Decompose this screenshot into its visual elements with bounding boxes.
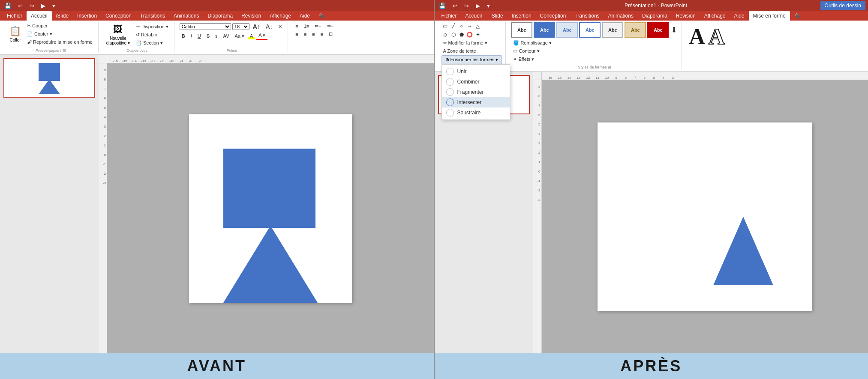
copier-btn[interactable]: 📄 Copier ▾ — [25, 30, 95, 38]
right-tab-aide[interactable]: Aide — [730, 11, 749, 21]
styles-more-btn[interactable]: ⬇ — [670, 24, 678, 36]
shadow-btn[interactable]: s — [213, 33, 220, 39]
tab-plugin[interactable]: 🔌 — [314, 11, 329, 21]
underline-btn[interactable]: U — [195, 33, 203, 39]
tab-transitions[interactable]: Transitions — [136, 11, 169, 21]
undo-btn[interactable]: ↩ — [16, 2, 24, 10]
shape-btn-2e[interactable]: ✦ — [474, 31, 482, 39]
disposition-btn[interactable]: ☰ Disposition ▾ — [134, 23, 171, 30]
right-tab-insertion[interactable]: Insertion — [508, 11, 536, 21]
align-left-btn[interactable]: ≡ — [293, 31, 300, 38]
right-undo-btn[interactable]: ↩ — [451, 2, 459, 10]
highlight-btn[interactable]: A — [248, 33, 255, 39]
circle-btn[interactable]: ○ — [458, 22, 466, 30]
tab-fichier[interactable]: Fichier — [3, 11, 27, 21]
zone-texte-btn[interactable]: A Zone de texte — [442, 48, 502, 54]
style-abc-5[interactable]: Abc — [602, 22, 623, 38]
menu-fragmenter[interactable]: Fragmenter — [442, 87, 510, 97]
style-abc-3[interactable]: Abc — [556, 22, 578, 38]
outils-dessin-btn[interactable]: Outils de dessin — [820, 1, 865, 10]
nouvelle-diapo-btn[interactable]: 🖼 Nouvellediapositive ▾ — [104, 22, 132, 47]
right-tab-affichage[interactable]: Affichage — [700, 11, 730, 21]
modifier-forme-btn[interactable]: ✏ Modifier la forme ▾ — [442, 39, 502, 47]
style-abc-6[interactable]: Abc — [625, 22, 646, 38]
tab-islide[interactable]: iSlide — [52, 11, 73, 21]
right-save-btn[interactable]: 💾 — [437, 2, 448, 10]
right-tab-diaporama[interactable]: Diaporama — [638, 11, 672, 21]
justify-btn[interactable]: ≡ — [318, 31, 325, 38]
right-tab-mise-en-forme[interactable]: Mise en forme — [749, 11, 790, 21]
bold-btn[interactable]: B — [180, 33, 187, 39]
present-btn[interactable]: ▶ — [39, 2, 47, 10]
right-redo-btn[interactable]: ↪ — [463, 2, 471, 10]
tab-accueil[interactable]: Accueil — [27, 11, 52, 21]
tab-insertion[interactable]: Insertion — [73, 11, 101, 21]
arrow-btn[interactable]: → — [466, 22, 474, 30]
tab-diaporama[interactable]: Diaporama — [203, 11, 237, 21]
style-abc-2[interactable]: Abc — [534, 22, 555, 38]
clear-format-btn[interactable]: ✕ — [276, 23, 284, 30]
line-btn[interactable]: ╱ — [450, 22, 457, 30]
slide-thumb-1[interactable] — [3, 58, 95, 98]
more-btn[interactable]: ▾ — [51, 2, 57, 10]
right-tab-revision[interactable]: Révision — [672, 11, 700, 21]
menu-combiner[interactable]: Combiner — [442, 77, 510, 87]
reproduire-btn[interactable]: 🖌 Reproduire la mise en forme — [25, 39, 95, 45]
right-tab-fichier[interactable]: Fichier — [437, 11, 461, 21]
font-increase-btn[interactable]: A↑ — [251, 22, 262, 31]
shape-btn-2a[interactable]: ◇ — [442, 31, 449, 39]
align-right-btn[interactable]: ≡ — [310, 31, 317, 38]
right-tab-plugin[interactable]: 🔌 — [790, 11, 805, 21]
aa-btn[interactable]: Aa ▾ — [232, 33, 246, 40]
right-tab-animations[interactable]: Animations — [604, 11, 638, 21]
tab-affichage[interactable]: Affichage — [265, 11, 295, 21]
redo-btn[interactable]: ↪ — [28, 2, 36, 10]
retablir-btn[interactable]: ↺ Rétablir — [134, 31, 171, 39]
right-present-btn[interactable]: ▶ — [474, 2, 482, 10]
right-tab-conception[interactable]: Conception — [536, 11, 571, 21]
rect-btn[interactable]: ▭ — [442, 22, 449, 30]
right-panel: 💾 ↩ ↪ ▶ ▾ Présentation1 - PowerPoint Out… — [434, 0, 868, 379]
save-btn[interactable]: 💾 — [3, 2, 13, 10]
shape-btn-2d[interactable]: ⭕ — [466, 31, 474, 39]
section-btn[interactable]: 📑 Section ▾ — [134, 39, 171, 47]
contour-btn[interactable]: ▭ Contour ▾ — [511, 48, 554, 55]
bullets-btn[interactable]: ≡ — [293, 23, 300, 30]
right-ruler-top-row: -16 -15 -14 -13 -12 -11 -10 -9 -8 -7 -6 — [533, 72, 868, 80]
font-size-select[interactable]: 18 — [232, 23, 249, 30]
italic-btn[interactable]: I — [189, 33, 194, 39]
right-more-btn[interactable]: ▾ — [485, 2, 492, 10]
strikethrough-btn[interactable]: S — [204, 33, 212, 39]
font-color-btn[interactable]: A ▾ — [256, 32, 267, 40]
style-abc-7[interactable]: Abc — [647, 22, 669, 38]
tab-revision[interactable]: Révision — [237, 11, 265, 21]
numbering-btn[interactable]: 1≡ — [302, 23, 312, 30]
align-center-btn[interactable]: ≡ — [302, 31, 309, 38]
remplissage-btn[interactable]: 🪣 Remplissage ▾ — [511, 39, 554, 47]
ruler-horizontal: -16 -15 -14 -13 -12 -11 -10 -9 -8 -7 — [107, 55, 434, 63]
spacing-btn[interactable]: AV — [221, 33, 231, 39]
right-tab-islide[interactable]: iSlide — [486, 11, 507, 21]
columns-btn[interactable]: ⊟ — [327, 30, 335, 38]
shape-btn-2b[interactable]: ⬡ — [450, 31, 457, 39]
coller-btn[interactable]: 📋 Coller — [7, 24, 24, 44]
style-abc-4[interactable]: Abc — [579, 22, 601, 38]
font-family-select[interactable]: Calibri — [180, 23, 231, 30]
tri-btn[interactable]: △ — [474, 22, 482, 30]
indent-more-btn[interactable]: ⇒≡ — [325, 22, 336, 30]
couper-btn[interactable]: ✂ Couper — [25, 22, 95, 30]
tab-animations[interactable]: Animations — [169, 11, 203, 21]
fusionner-formes-btn[interactable]: ⊕ Fusionner les formes ▾ — [442, 55, 502, 64]
style-abc-1[interactable]: Abc — [511, 22, 532, 38]
menu-soustraire[interactable]: Soustraire — [442, 107, 510, 118]
shape-btn-2c[interactable]: ⬟ — [458, 31, 466, 39]
right-tab-transitions[interactable]: Transitions — [570, 11, 604, 21]
tab-aide[interactable]: Aide — [295, 11, 314, 21]
indent-less-btn[interactable]: ⇐≡ — [312, 22, 323, 30]
menu-unir[interactable]: Unir — [442, 66, 510, 77]
effets-btn[interactable]: ✦ Effets ▾ — [511, 56, 554, 63]
font-decrease-btn[interactable]: A↓ — [264, 22, 275, 31]
tab-conception[interactable]: Conception — [101, 11, 136, 21]
right-tab-accueil[interactable]: Accueil — [461, 11, 487, 21]
menu-intersecter[interactable]: Intersecter — [442, 97, 510, 107]
